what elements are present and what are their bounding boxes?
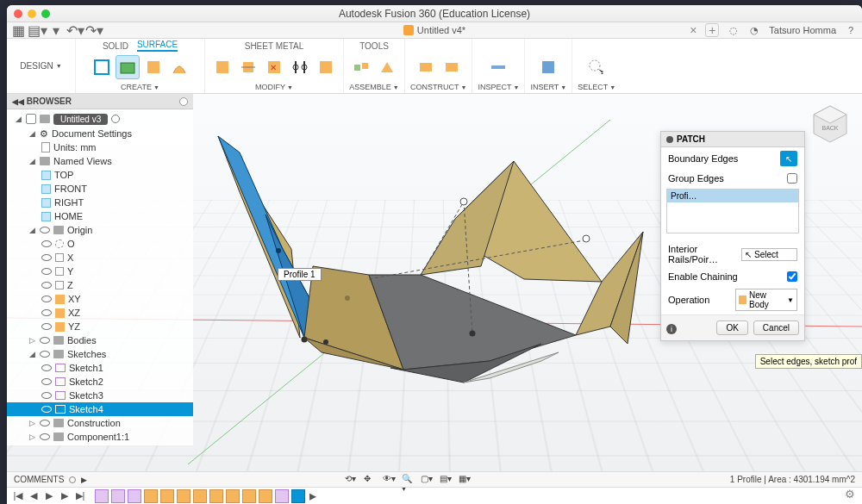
assemble-group-label[interactable]: ASSEMBLE▼: [349, 82, 398, 92]
file-menu-icon[interactable]: ▤▾: [31, 24, 43, 36]
new-tab-button[interactable]: +: [705, 23, 719, 37]
new-sketch-icon[interactable]: [90, 55, 114, 79]
patch-tool-icon[interactable]: [116, 55, 140, 79]
eye-icon[interactable]: [40, 227, 50, 233]
sketches-node[interactable]: ◢Sketches: [7, 347, 193, 361]
view-front[interactable]: FRONT: [7, 182, 193, 196]
browser-options-icon[interactable]: [179, 97, 188, 106]
user-name[interactable]: Tatsuro Homma: [769, 25, 836, 35]
origin-node[interactable]: ◢Origin: [7, 223, 193, 237]
timeline-feature[interactable]: [95, 489, 109, 503]
timeline-feature[interactable]: [128, 489, 141, 503]
timeline-feature[interactable]: [160, 489, 174, 503]
tab-solid[interactable]: SOLID: [103, 41, 128, 51]
fillet-icon[interactable]: [236, 55, 260, 79]
info-icon[interactable]: i: [666, 324, 677, 334]
undo-icon[interactable]: ↶▾: [69, 24, 81, 36]
presspull-icon[interactable]: [210, 55, 234, 79]
doc-settings-node[interactable]: ◢⚙Document Settings: [7, 127, 193, 140]
origin-o[interactable]: O: [7, 237, 193, 251]
eye-icon[interactable]: [41, 240, 52, 247]
eye-icon[interactable]: [41, 296, 52, 302]
browser-header[interactable]: ◀◀ BROWSER: [7, 94, 193, 109]
comments-bullet-icon[interactable]: [69, 476, 76, 483]
component1-node[interactable]: ▷Component1:1: [7, 430, 193, 444]
tab-sheetmetal[interactable]: SHEET METAL: [245, 41, 304, 51]
origin-xz[interactable]: XZ: [7, 306, 193, 320]
origin-y[interactable]: Y: [7, 264, 193, 278]
patch-dialog-header[interactable]: PATCH: [661, 132, 804, 147]
display-icon[interactable]: ▢▾: [421, 474, 434, 486]
named-views-node[interactable]: ◢Named Views: [7, 154, 193, 168]
trim-icon[interactable]: ✕: [262, 55, 286, 79]
redo-icon[interactable]: ↷▾: [88, 24, 100, 36]
plane-icon[interactable]: [414, 55, 438, 79]
document-tab[interactable]: Untitled v4*: [403, 25, 465, 35]
view-top[interactable]: TOP: [7, 168, 193, 182]
comments-toggle[interactable]: COMMENTS: [14, 475, 64, 484]
measure-icon[interactable]: [486, 55, 510, 79]
stitch-icon[interactable]: [314, 55, 338, 79]
eye-icon[interactable]: [41, 406, 52, 413]
timeline-feature[interactable]: [111, 489, 125, 503]
origin-yz[interactable]: YZ: [7, 320, 193, 333]
select-group-label[interactable]: SELECT▼: [578, 82, 615, 92]
grid-apps-icon[interactable]: ▦: [12, 24, 24, 36]
select-tool-icon[interactable]: [584, 55, 609, 79]
construction-node[interactable]: ▷Construction: [7, 416, 193, 430]
sketch3-node[interactable]: Sketch3: [7, 389, 193, 402]
eye-icon[interactable]: [41, 254, 52, 261]
timeline-feature[interactable]: [144, 489, 158, 503]
sketch4-node[interactable]: Sketch4: [7, 402, 193, 416]
timeline-next-icon[interactable]: ▶: [59, 490, 71, 501]
root-node[interactable]: ◢Untitled v3: [7, 111, 193, 127]
grid-icon[interactable]: ▤▾: [440, 474, 453, 486]
units-node[interactable]: Units: mm: [7, 140, 193, 154]
origin-xy[interactable]: XY: [7, 292, 193, 306]
workspace-switcher[interactable]: DESIGN▼: [7, 39, 76, 93]
eye-icon[interactable]: [41, 268, 52, 275]
joint-icon[interactable]: [349, 55, 373, 79]
timeline-feature[interactable]: [259, 489, 272, 503]
orbit-icon[interactable]: ⟲▾: [345, 474, 359, 486]
chaining-checkbox[interactable]: [787, 271, 797, 282]
timeline-feature[interactable]: [177, 489, 191, 503]
eye-icon[interactable]: [41, 392, 52, 399]
zoom-icon[interactable]: 🔍▾: [402, 474, 415, 486]
eye-icon[interactable]: [40, 351, 50, 358]
timeline-end-icon[interactable]: ▶|: [74, 490, 86, 501]
timeline-feature[interactable]: [209, 489, 223, 503]
insert-icon[interactable]: [536, 55, 560, 79]
timeline-start-icon[interactable]: |◀: [12, 490, 24, 501]
help-icon[interactable]: ?: [845, 24, 857, 36]
view-home[interactable]: HOME: [7, 209, 193, 223]
timeline-feature-current[interactable]: [291, 489, 305, 503]
eye-icon[interactable]: [41, 282, 52, 289]
construct-group-label[interactable]: CONSTRUCT▼: [410, 82, 466, 92]
eye-icon[interactable]: [40, 337, 50, 344]
rails-select-button[interactable]: ↖Select: [741, 248, 797, 261]
operation-dropdown[interactable]: New Body▼: [735, 289, 797, 311]
modify-group-label[interactable]: MODIFY▼: [255, 82, 293, 92]
pan-icon[interactable]: ✥: [364, 474, 378, 486]
viewcube[interactable]: BACK: [809, 103, 852, 146]
extrude-icon[interactable]: [141, 55, 166, 79]
timeline-feature[interactable]: [193, 489, 207, 503]
eye-icon[interactable]: [41, 323, 52, 330]
timeline-feature[interactable]: [226, 489, 240, 503]
notifications-icon[interactable]: ◔: [748, 24, 760, 36]
split-icon[interactable]: [288, 55, 312, 79]
tab-close-button[interactable]: ×: [690, 23, 696, 37]
timeline-prev-icon[interactable]: ◀: [28, 490, 40, 501]
extensions-icon[interactable]: ◌: [728, 24, 740, 36]
tab-surface[interactable]: SURFACE: [137, 40, 178, 52]
timeline-feature[interactable]: [242, 489, 256, 503]
bodies-node[interactable]: ▷Bodies: [7, 333, 193, 347]
origin-z[interactable]: Z: [7, 278, 193, 292]
timeline-play-icon[interactable]: ▶: [43, 490, 55, 501]
sketch1-node[interactable]: Sketch1: [7, 361, 193, 375]
sketch2-node[interactable]: Sketch2: [7, 375, 193, 389]
ok-button[interactable]: OK: [716, 320, 747, 335]
axis-icon[interactable]: [440, 55, 464, 79]
timeline-settings-icon[interactable]: ⚙: [845, 488, 855, 501]
